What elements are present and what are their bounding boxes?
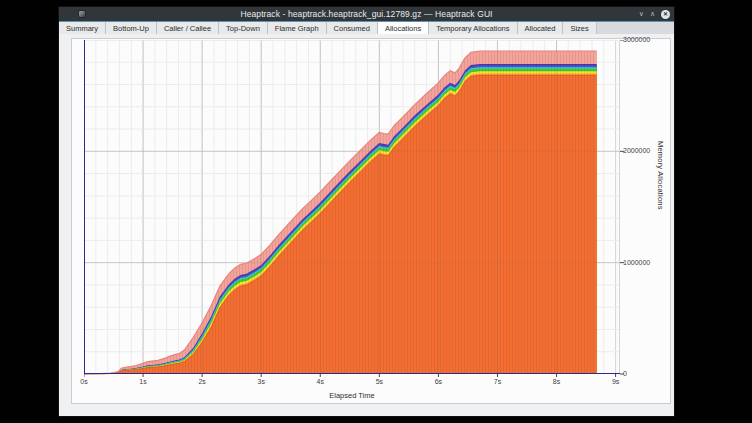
window-title: Heaptrack - heaptrack.heaptrack_gui.1278… <box>240 9 492 19</box>
tab-content-area: Elapsed Time Memory Allocations 0s1s2s3s… <box>59 34 674 416</box>
y-tick-label: 3000000 <box>623 36 663 43</box>
x-tick-label: 6s <box>426 378 450 385</box>
window-titlebar[interactable]: Heaptrack - heaptrack.heaptrack_gui.1278… <box>59 7 674 21</box>
tab-allocated[interactable]: Allocated <box>518 22 564 34</box>
allocations-chart-widget: Elapsed Time Memory Allocations 0s1s2s3s… <box>71 38 671 404</box>
tab-top-down[interactable]: Top-Down <box>219 22 268 34</box>
x-tick-label: 5s <box>367 378 391 385</box>
tab-flame-graph[interactable]: Flame Graph <box>268 22 327 34</box>
x-tick-label: 7s <box>485 378 509 385</box>
tab-consumed[interactable]: Consumed <box>327 22 378 34</box>
desktop-background: Heaptrack - heaptrack.heaptrack_gui.1278… <box>0 0 752 423</box>
tab-summary[interactable]: Summary <box>59 22 106 34</box>
app-icon <box>78 10 86 18</box>
x-tick-label: 2s <box>190 378 214 385</box>
x-tick-label: 3s <box>249 378 273 385</box>
minimize-icon[interactable]: ∨ <box>639 10 644 18</box>
heaptrack-window: Heaptrack - heaptrack.heaptrack_gui.1278… <box>58 6 675 417</box>
tab-sizes[interactable]: Sizes <box>563 22 596 34</box>
window-controls: ∨ ∧ ✕ <box>639 7 670 21</box>
maximize-icon[interactable]: ∧ <box>650 10 655 18</box>
y-tick-label: 2000000 <box>623 147 663 154</box>
x-tick-label: 0s <box>72 378 96 385</box>
allocations-chart <box>84 40 626 380</box>
x-axis-title: Elapsed Time <box>84 391 620 400</box>
x-tick-label: 4s <box>308 378 332 385</box>
x-tick-label: 9s <box>604 378 628 385</box>
tab-bar-filler <box>597 22 674 34</box>
tab-bottom-up[interactable]: Bottom-Up <box>106 22 157 34</box>
x-tick-label: 8s <box>545 378 569 385</box>
y-tick-label: 1000000 <box>623 259 663 266</box>
tab-caller-callee[interactable]: Caller / Callee <box>157 22 219 34</box>
y-tick-label: 0 <box>623 370 663 377</box>
close-icon[interactable]: ✕ <box>661 10 670 19</box>
tab-temporary-allocations[interactable]: Temporary Allocations <box>429 22 517 34</box>
x-tick-label: 1s <box>131 378 155 385</box>
